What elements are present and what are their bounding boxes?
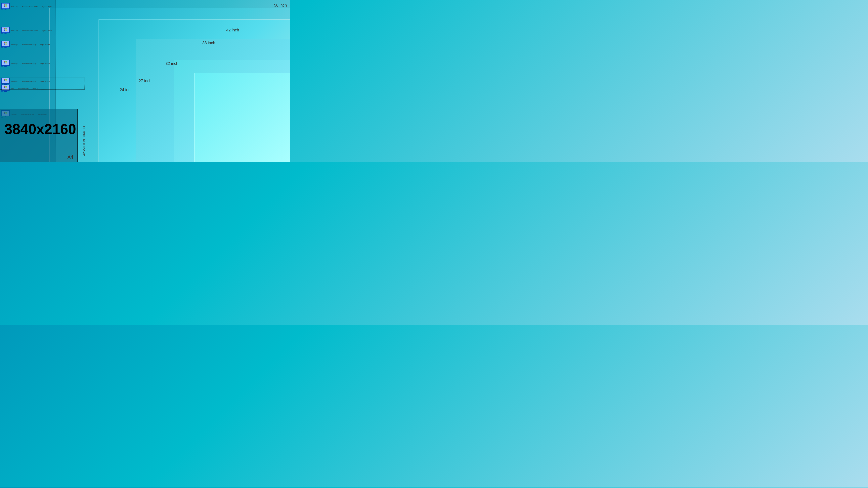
monitor-font-labels: Arial 6.07ptTimes New Roman 6.17ptSegoe … xyxy=(11,63,50,64)
svg-rect-4 xyxy=(6,4,6,5)
font-label: Segoe UI 9.09pt xyxy=(40,44,50,45)
monitor-font-labels: Arial 10.08ptTimes New Roman 10.08ptSego… xyxy=(11,30,52,31)
svg-rect-9 xyxy=(1,9,3,10)
svg-rect-5 xyxy=(4,6,5,7)
font-label: Arial 10.08pt xyxy=(11,30,18,31)
font-label: Arial 9.09pt xyxy=(11,44,18,45)
font-label: Times New Roman 10.08pt xyxy=(22,30,38,31)
monitor-row-row-2: Arial 10.08ptTimes New Roman 10.08ptSego… xyxy=(1,27,52,34)
label-27-inch: 27 inch xyxy=(139,78,152,83)
monitor-font-labels: Arial 9.09ptTimes New Roman 9.11ptSegoe … xyxy=(11,44,50,45)
svg-rect-16 xyxy=(6,30,6,31)
svg-rect-36 xyxy=(6,62,6,63)
svg-rect-28 xyxy=(4,47,7,48)
svg-rect-35 xyxy=(4,62,5,63)
font-label: Segoe UI 13.07pt xyxy=(42,6,52,7)
resolution-text: 3840x2160 xyxy=(4,121,76,137)
svg-rect-33 xyxy=(4,61,5,62)
svg-rect-8 xyxy=(4,9,7,10)
svg-rect-13 xyxy=(4,28,5,29)
rect-24-inch xyxy=(194,73,290,162)
svg-rect-25 xyxy=(4,43,5,44)
label-38-inch: 38 inch xyxy=(203,41,215,45)
svg-rect-24 xyxy=(6,42,6,43)
font-label: Times New Roman 13.07pt xyxy=(22,6,38,7)
svg-rect-18 xyxy=(4,33,7,34)
font-label: Segoe UI 6.07pt xyxy=(40,63,50,64)
svg-rect-38 xyxy=(4,66,7,67)
svg-rect-15 xyxy=(4,30,5,31)
dashed-box xyxy=(0,77,85,90)
screen-container: 50 inch 42 inch 38 inch 32 inch 27 inch … xyxy=(0,0,290,162)
font-label: Arial 6.07pt xyxy=(11,63,18,64)
monitor-row-row-3: Arial 9.09ptTimes New Roman 9.11ptSegoe … xyxy=(1,41,50,48)
svg-rect-59 xyxy=(1,91,3,92)
label-50-inch: 50 inch xyxy=(274,3,287,7)
svg-rect-26 xyxy=(6,43,6,44)
svg-rect-23 xyxy=(4,42,5,43)
monitor-icon xyxy=(1,60,10,67)
monitor-font-labels: Arial 13.07ptTimes New Roman 13.07ptSego… xyxy=(11,6,52,7)
svg-rect-29 xyxy=(1,47,3,48)
svg-rect-14 xyxy=(6,28,6,29)
svg-rect-6 xyxy=(6,6,6,7)
monitor-icon xyxy=(1,27,10,34)
monitor-icon xyxy=(1,41,10,48)
monitor-row-row-4: Arial 6.07ptTimes New Roman 6.17ptSegoe … xyxy=(1,60,50,67)
label-24-inch: 24 inch xyxy=(120,88,133,92)
visual-field-label: Визуальное поле / Visual Field xyxy=(83,126,85,156)
a4-label: A4 xyxy=(67,154,73,160)
label-32-inch: 32 inch xyxy=(166,61,179,66)
svg-rect-39 xyxy=(1,66,3,67)
monitor-icon xyxy=(1,3,10,10)
resolution-box: 3840x2160 A4 xyxy=(0,109,78,162)
svg-rect-19 xyxy=(1,33,3,34)
font-label: Segoe UI 10.08pt xyxy=(42,30,52,31)
font-label: Arial 13.07pt xyxy=(11,6,18,7)
label-42-inch: 42 inch xyxy=(226,28,239,32)
monitor-row-row-1: Arial 13.07ptTimes New Roman 13.07ptSego… xyxy=(1,3,52,10)
font-label: Times New Roman 6.17pt xyxy=(22,63,36,64)
font-label: Times New Roman 9.11pt xyxy=(22,44,36,45)
svg-rect-3 xyxy=(4,4,5,5)
svg-rect-58 xyxy=(4,91,7,92)
svg-rect-34 xyxy=(6,61,6,62)
